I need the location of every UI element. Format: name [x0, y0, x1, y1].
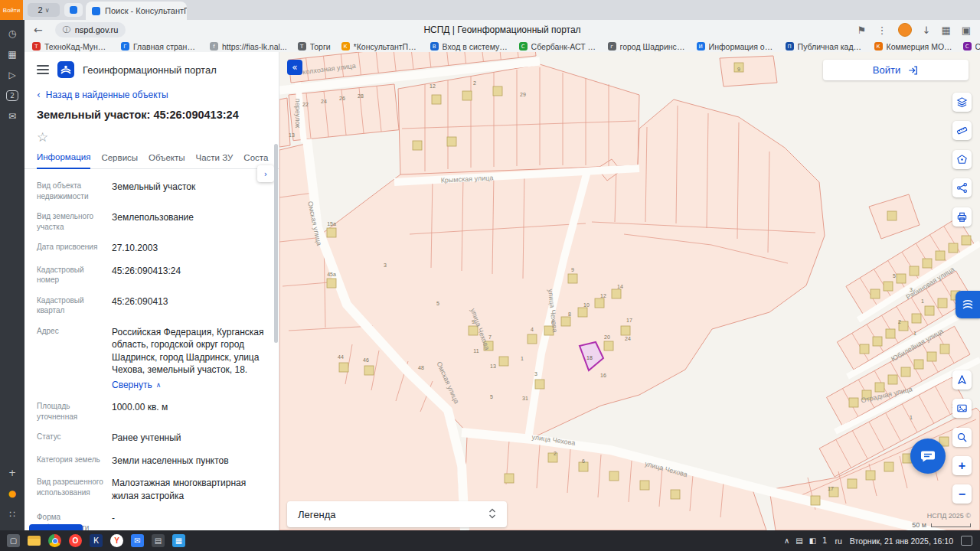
bookmark-item[interactable]: ППубличная кадас...	[786, 42, 864, 51]
taskbar-yandex[interactable]: Y	[106, 530, 127, 551]
active-tab[interactable]: Поиск - КонсультантПлю...	[86, 2, 187, 20]
bookmark-favicon: г	[608, 42, 616, 51]
side-panel-handle[interactable]	[956, 291, 980, 318]
map-login-button[interactable]: Войти	[823, 60, 969, 80]
bookmark-label: Главная страниц...	[133, 42, 199, 51]
zoom-in-button[interactable]: +	[952, 456, 972, 475]
bookmark-favicon: С	[963, 42, 972, 51]
field-value: 45:26:090413	[112, 295, 266, 316]
messenger-icon[interactable]: ✉	[2, 107, 22, 126]
panel-bottom-button[interactable]	[29, 524, 83, 530]
layers-button[interactable]	[952, 93, 972, 112]
browser-side-strip: ◷▦▷2✉ +●∷	[0, 20, 24, 530]
bookmark-label: Сбербанк-АСТ - ...	[531, 42, 597, 51]
url-field[interactable]: ⓘ nspd.gov.ru	[55, 22, 126, 37]
favorite-star-icon[interactable]: ☆	[24, 121, 279, 144]
hamburger-menu-icon[interactable]	[37, 65, 49, 74]
tab-Части ЗУ[interactable]: Части ЗУ	[196, 153, 234, 168]
field-row: Вид объекта недвижимостиЗемельный участо…	[37, 181, 266, 201]
collapse-address-link[interactable]: Свернуть∧	[112, 379, 161, 392]
share-button[interactable]	[952, 178, 972, 197]
tabs-count-badge[interactable]: 2	[2, 86, 22, 105]
tab-Информация[interactable]: Информация	[37, 152, 90, 169]
svg-text:44: 44	[338, 354, 344, 360]
tab-Объекты[interactable]: Объекты	[149, 153, 185, 168]
panel-collapse-button[interactable]: «	[287, 60, 302, 75]
bookmark-favicon: f	[210, 42, 218, 51]
field-value-text: Малоэтажная многоквартирная жилая застро…	[112, 478, 246, 501]
apps-grid-icon[interactable]: ∷	[2, 505, 22, 523]
site-info-icon[interactable]: ⓘ	[63, 24, 70, 35]
bookmark-item[interactable]: fhttps://fias-lk.nal...	[210, 42, 287, 51]
bookmark-item[interactable]: ТТорги	[298, 42, 331, 51]
bookmark-icon[interactable]: ⚑	[858, 24, 867, 36]
locate-button[interactable]	[952, 370, 972, 390]
bookmark-item[interactable]: К*КонсультантПлю...	[341, 42, 420, 51]
taskbar-app-blue-icon: ▦	[172, 534, 185, 547]
taskbar-opera[interactable]: O	[65, 530, 86, 551]
taskbar-explorer[interactable]	[24, 530, 44, 551]
panorama-button[interactable]	[952, 399, 972, 418]
ruler-button[interactable]	[952, 121, 972, 140]
tab-counter[interactable]: 2 ∨	[28, 3, 60, 17]
video-icon[interactable]: ▷	[2, 66, 22, 84]
history-icon-glyph: ◷	[8, 28, 16, 39]
tab-Сервисы[interactable]: Сервисы	[101, 153, 138, 168]
bookmark-item[interactable]: ССтартовая стран...	[963, 42, 980, 51]
kebab-menu-icon[interactable]: ⋮	[877, 24, 887, 36]
legend-bar[interactable]: Легенда	[287, 501, 507, 527]
history-icon[interactable]: ◷	[2, 24, 22, 43]
yandex-login-button[interactable]: Войти	[0, 0, 23, 20]
bookmark-item[interactable]: ГГлавная страниц...	[121, 42, 199, 51]
taskbar-notes[interactable]: ▤	[148, 530, 168, 551]
panel-scrollbar[interactable]	[274, 144, 278, 343]
legend-sort-icon[interactable]	[488, 508, 496, 521]
bookmark-item[interactable]: ВВход в систему :...	[430, 42, 508, 51]
bookmark-item[interactable]: ТТехноКад-Муниц...	[32, 42, 110, 51]
taskbar-chrome[interactable]	[44, 530, 65, 551]
taskbar-consultant[interactable]: К	[86, 530, 106, 551]
bookmark-item[interactable]: ККоммерция МО.Х...	[874, 42, 952, 51]
svg-text:10: 10	[583, 302, 590, 308]
back-button[interactable]: ←	[34, 24, 43, 35]
pinned-tab[interactable]	[64, 3, 83, 17]
svg-text:3: 3	[534, 371, 537, 377]
field-row: Кадастровый номер45:26:090413:24	[37, 265, 266, 285]
sidebar-toggle-icon[interactable]: ▣	[962, 24, 971, 36]
print-button[interactable]	[952, 207, 972, 227]
taskbar-app-blue[interactable]: ▦	[168, 530, 189, 551]
svg-text:8: 8	[568, 311, 571, 317]
back-to-results-link[interactable]: ‹ Назад в найденные объекты	[24, 83, 279, 100]
taskbar-mail[interactable]: ✉	[127, 530, 148, 551]
taskbar-tray: ∧▤◧1 ru Вторник, 21 янв 2025, 16:10	[784, 536, 977, 546]
map-canvas[interactable]: 22242628131229215а45а4446483599711134681…	[279, 52, 980, 530]
tray-icon[interactable]: ▤	[795, 536, 802, 545]
scale-label: 50 м	[912, 521, 926, 529]
zoom-out-button[interactable]: −	[952, 484, 972, 504]
select-area-button[interactable]	[952, 150, 972, 169]
notification-center-icon[interactable]	[961, 536, 972, 546]
bookmark-item[interactable]: ИИнформация о р...	[697, 42, 775, 51]
panel-fields: Вид объекта недвижимостиЗемельный участо…	[24, 169, 279, 530]
collections-icon[interactable]: ▦	[941, 24, 950, 36]
alice-icon[interactable]: ●	[2, 484, 22, 503]
clock[interactable]: Вторник, 21 янв 2025, 16:10	[850, 536, 953, 546]
tray-icon[interactable]: ∧	[784, 536, 789, 545]
bookmark-item[interactable]: ССбербанк-АСТ - ...	[519, 42, 597, 51]
downloads-icon[interactable]: ↓	[923, 24, 931, 36]
strip-bottom: +●∷	[2, 464, 22, 526]
chat-button[interactable]	[910, 439, 946, 474]
avatar[interactable]	[898, 23, 912, 37]
bookmark-favicon: Т	[32, 42, 41, 51]
taskbar-yandex-icon: Y	[110, 534, 123, 547]
language-indicator[interactable]: ru	[835, 536, 841, 546]
svg-text:1: 1	[913, 331, 916, 336]
tray-icon[interactable]: ◧	[809, 536, 816, 545]
taskbar-app-window[interactable]: ▢	[3, 530, 24, 551]
add-panel-icon[interactable]: +	[2, 464, 22, 482]
bookmark-item[interactable]: ггород Шадринск ...	[608, 42, 686, 51]
zoom-area-button[interactable]	[952, 428, 972, 447]
tableau-icon[interactable]: ▦	[2, 45, 22, 64]
tray-icon[interactable]: 1	[822, 536, 827, 545]
tabs-more-button[interactable]: ›	[257, 165, 274, 182]
